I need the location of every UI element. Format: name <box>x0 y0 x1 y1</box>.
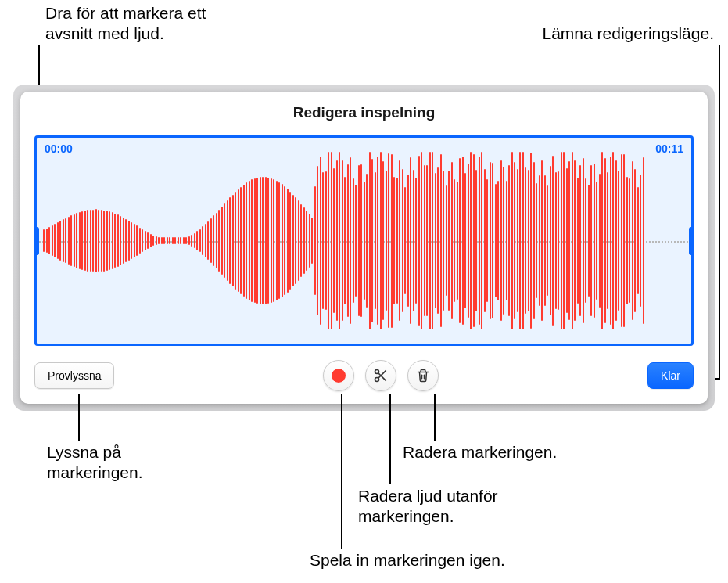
trim-button[interactable] <box>365 360 396 391</box>
scissors-icon <box>373 368 389 383</box>
delete-button[interactable] <box>407 360 439 391</box>
record-button[interactable] <box>323 360 354 391</box>
callout-delete-selection: Radera markeringen. <box>403 442 557 462</box>
callout-line <box>389 394 391 484</box>
trash-icon <box>416 368 430 383</box>
done-button[interactable]: Klar <box>647 362 694 389</box>
callout-drag-select: Dra för att markera ett avsnitt med ljud… <box>45 3 206 45</box>
record-icon <box>332 369 346 383</box>
waveform-selection-area[interactable]: 00:00 00:11 <box>34 135 694 346</box>
preview-button[interactable]: Provlyssna <box>34 362 114 389</box>
callout-line <box>341 394 342 549</box>
selection-handle-left[interactable] <box>34 227 39 255</box>
callout-line <box>434 394 436 441</box>
callout-leave-edit: Lämna redigeringsläge. <box>543 23 714 44</box>
svg-point-0 <box>375 370 379 374</box>
selection-handle-right[interactable] <box>689 227 694 255</box>
editor-toolbar: Provlyssna <box>34 358 694 393</box>
panel-title: Redigera inspelning <box>34 104 694 121</box>
callout-rerecord: Spela in markeringen igen. <box>310 550 505 570</box>
waveform <box>43 152 685 329</box>
edit-recording-panel: Redigera inspelning 00:00 00:11 Provlyss… <box>20 92 708 404</box>
callout-line <box>719 45 720 378</box>
callout-trim-outside: Radera ljud utanför markeringen. <box>358 486 498 527</box>
svg-point-1 <box>375 378 379 382</box>
callout-line <box>78 394 80 441</box>
callout-listen: Lyssna på markeringen. <box>47 442 143 484</box>
